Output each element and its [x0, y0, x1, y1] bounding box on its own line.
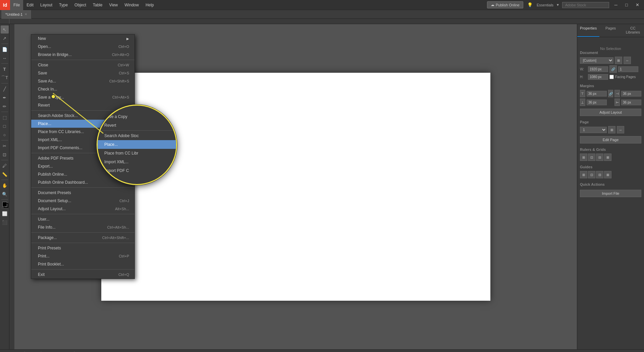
- tab-close-icon[interactable]: ✕: [24, 12, 27, 16]
- tabs-bar: *Untitled-1 ✕: [0, 10, 644, 19]
- facing-pages-checkbox[interactable]: [609, 75, 614, 79]
- line-tool[interactable]: ╱: [1, 85, 9, 93]
- mag-place-cc[interactable]: Place from CC Libr: [98, 149, 176, 158]
- margin-left-icon[interactable]: ⊢: [614, 99, 620, 106]
- page-icon2[interactable]: ↔: [617, 126, 624, 133]
- mag-import-xml[interactable]: Import XML...: [98, 158, 176, 166]
- lightbulb-icon[interactable]: 💡: [526, 1, 534, 9]
- doc-prop-icon1[interactable]: ⊞: [615, 57, 622, 64]
- menu-close[interactable]: Close Ctrl+W: [31, 61, 135, 69]
- menu-user[interactable]: User...: [31, 215, 135, 223]
- essentials-dropdown-icon[interactable]: ▼: [556, 3, 559, 7]
- menu-save-copy[interactable]: Save a Copy... Ctrl+Alt+S: [31, 93, 135, 101]
- menu-print-presets[interactable]: Print Presets: [31, 244, 135, 252]
- selection-tool[interactable]: ↖: [1, 25, 9, 34]
- menu-new[interactable]: New ▶: [31, 35, 135, 43]
- page-icon1[interactable]: ⊞: [608, 126, 615, 133]
- menu-print[interactable]: Print... Ctrl+P: [31, 252, 135, 260]
- link-wh-icon[interactable]: 🔗: [609, 65, 617, 73]
- document-preset-dropdown[interactable]: [Custom]: [580, 57, 613, 64]
- menu-view[interactable]: View: [106, 0, 121, 10]
- margin-top-input[interactable]: [587, 91, 607, 97]
- rulers-icon2[interactable]: ⊡: [588, 154, 595, 161]
- rulers-icon1[interactable]: ⊞: [580, 154, 587, 161]
- menu-type[interactable]: Type: [56, 0, 71, 10]
- guides-icon4[interactable]: ⊠: [604, 171, 611, 178]
- adjust-layout-button[interactable]: Adjust Layout: [580, 109, 641, 116]
- publish-online-button[interactable]: ☁ Publish Online: [487, 1, 523, 8]
- document-tab[interactable]: *Untitled-1 ✕: [1, 10, 32, 19]
- page-number-dropdown[interactable]: 1: [580, 127, 607, 133]
- menu-table[interactable]: Table: [90, 0, 106, 10]
- type-path-tool[interactable]: ⌒T: [1, 74, 9, 82]
- menu-window[interactable]: Window: [121, 0, 142, 10]
- rulers-icon3[interactable]: ⊟: [596, 154, 603, 161]
- guides-icon2[interactable]: ⊡: [588, 171, 595, 178]
- pencil-tool[interactable]: ✏: [1, 102, 9, 110]
- menu-doc-presets[interactable]: Document Presets: [31, 189, 135, 197]
- margin-bottom-icon[interactable]: ⊥: [580, 99, 585, 106]
- menu-file-info[interactable]: File Info... Ctrl+Alt+Sh...: [31, 223, 135, 231]
- guides-icon3[interactable]: ⊟: [596, 171, 603, 178]
- menu-revert[interactable]: Revert: [31, 101, 135, 109]
- margin-right-input[interactable]: [621, 91, 641, 97]
- close-icon[interactable]: ✕: [633, 1, 641, 9]
- zoom-tool[interactable]: 🔍: [1, 190, 9, 198]
- w-number-input[interactable]: [618, 66, 638, 72]
- type-tool[interactable]: T: [1, 65, 9, 73]
- margin-right-icon[interactable]: ⊣: [614, 90, 620, 97]
- menu-check-in[interactable]: Check In...: [31, 85, 135, 93]
- measure-tool[interactable]: 📏: [1, 170, 9, 178]
- mag-place[interactable]: Place...: [98, 140, 176, 149]
- mag-import-pdf[interactable]: Import PDF C: [98, 166, 176, 175]
- bleed-mode[interactable]: ⬛: [1, 218, 9, 226]
- menu-edit[interactable]: Edit: [23, 0, 37, 10]
- search-input[interactable]: [562, 2, 609, 8]
- width-input[interactable]: [588, 66, 608, 72]
- menu-open[interactable]: Open... Ctrl+O: [31, 43, 135, 51]
- menu-save-as[interactable]: Save As... Ctrl+Shift+S: [31, 77, 135, 85]
- menu-help[interactable]: Help: [142, 0, 157, 10]
- margin-left-input[interactable]: [621, 100, 641, 105]
- menu-object[interactable]: Object: [71, 0, 90, 10]
- height-input[interactable]: [588, 74, 608, 80]
- menu-exit[interactable]: Exit Ctrl+Q: [31, 271, 135, 279]
- menu-browse-bridge[interactable]: Browse in Bridge... Ctrl+Alt+O: [31, 51, 135, 59]
- menu-save[interactable]: Save Ctrl+S: [31, 69, 135, 77]
- edit-page-button[interactable]: Edit Page: [580, 136, 641, 143]
- maximize-icon[interactable]: □: [623, 1, 631, 9]
- import-file-button[interactable]: Import File: [580, 190, 641, 197]
- menu-print-booklet[interactable]: Print Booklet...: [31, 260, 135, 268]
- doc-prop-icon2[interactable]: ↔: [624, 57, 631, 64]
- hand-tool[interactable]: ✋: [1, 181, 9, 189]
- scissors-tool[interactable]: ✂: [1, 142, 9, 150]
- menu-layout[interactable]: Layout: [37, 0, 56, 10]
- direct-selection-tool[interactable]: ↗: [1, 34, 9, 42]
- menu-file[interactable]: File: [10, 0, 23, 10]
- minimize-icon[interactable]: ─: [612, 1, 620, 9]
- pen-tool[interactable]: ✒: [1, 94, 9, 102]
- guides-icon1[interactable]: ⊞: [580, 171, 587, 178]
- ellipse-tool[interactable]: ○: [1, 131, 9, 139]
- quick-actions-section: Quick Actions Import File: [580, 182, 641, 197]
- menu-doc-setup[interactable]: Document Setup... Ctrl+J: [31, 197, 135, 205]
- mag-revert[interactable]: Revert: [98, 121, 176, 130]
- rect-tool[interactable]: □: [1, 122, 9, 130]
- rulers-icon4[interactable]: ⊠: [604, 154, 611, 161]
- preview-mode[interactable]: ⬜: [1, 210, 9, 218]
- menu-adjust-layout[interactable]: Adjust Layout... Alt+Sh...: [31, 205, 135, 213]
- gap-tool[interactable]: ↔: [1, 54, 9, 62]
- margin-bottom-input[interactable]: [587, 100, 607, 105]
- free-transform-tool[interactable]: ⊡: [1, 151, 9, 159]
- eyedropper-tool[interactable]: 🖊: [1, 162, 9, 170]
- rect-frame-tool[interactable]: ⬚: [1, 113, 9, 121]
- margin-link-icon[interactable]: 🔗: [608, 90, 613, 97]
- mag-search-stock[interactable]: Search Adobe Stoc: [98, 131, 176, 140]
- page-tool[interactable]: 📄: [1, 45, 9, 53]
- stroke-swatch[interactable]: [4, 203, 8, 208]
- margin-top-icon[interactable]: ⊤: [580, 90, 585, 97]
- tab-cc-libraries[interactable]: CC Libraries: [622, 24, 644, 37]
- tab-properties[interactable]: Properties: [577, 24, 599, 37]
- menu-package[interactable]: Package... Ctrl+Alt+Shift+...: [31, 234, 135, 242]
- tab-pages[interactable]: Pages: [599, 24, 622, 37]
